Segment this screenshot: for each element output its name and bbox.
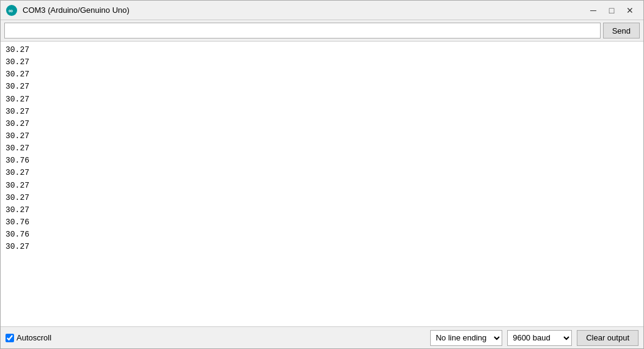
output-line: 30.27 [5, 180, 639, 192]
arduino-logo-icon: ∞ [5, 4, 18, 17]
statusbar: Autoscroll No line endingNewlineCarriage… [1, 326, 643, 348]
clear-output-button[interactable]: Clear output [577, 330, 639, 346]
output-line: 30.27 [5, 241, 639, 253]
autoscroll-text: Autoscroll [16, 333, 51, 342]
output-line: 30.76 [5, 155, 639, 167]
send-button[interactable]: Send [603, 23, 640, 39]
output-line: 30.27 [5, 192, 639, 204]
output-line: 30.27 [5, 118, 639, 130]
output-line: 30.27 [5, 56, 639, 68]
send-input[interactable] [4, 23, 601, 39]
output-area: 30.2730.2730.2730.2730.2730.2730.2730.27… [1, 42, 643, 326]
output-line: 30.27 [5, 167, 639, 179]
autoscroll-checkbox[interactable] [5, 334, 14, 342]
output-line: 30.27 [5, 68, 639, 81]
output-content[interactable]: 30.2730.2730.2730.2730.2730.2730.2730.27… [1, 42, 643, 326]
output-line: 30.27 [5, 81, 639, 93]
close-button[interactable]: ✕ [621, 4, 639, 17]
output-line: 30.27 [5, 106, 639, 118]
titlebar: ∞ COM3 (Arduino/Genuino Uno) ─ □ ✕ [1, 1, 643, 20]
send-toolbar: Send [1, 20, 643, 42]
window-title: COM3 (Arduino/Genuino Uno) [23, 6, 585, 15]
output-line: 30.76 [5, 229, 639, 241]
output-line: 30.27 [5, 44, 639, 56]
maximize-button[interactable]: □ [603, 4, 620, 17]
output-line: 30.27 [5, 204, 639, 216]
output-line: 30.76 [5, 216, 639, 229]
output-line: 30.27 [5, 130, 639, 142]
autoscroll-label[interactable]: Autoscroll [5, 333, 51, 342]
minimize-button[interactable]: ─ [585, 4, 602, 17]
serial-monitor-window: ∞ COM3 (Arduino/Genuino Uno) ─ □ ✕ Send … [0, 0, 644, 349]
svg-text:∞: ∞ [9, 7, 13, 14]
line-ending-select[interactable]: No line endingNewlineCarriage returnBoth… [430, 330, 502, 346]
output-line: 30.27 [5, 142, 639, 155]
output-line: 30.27 [5, 94, 639, 106]
baud-rate-select[interactable]: 300 baud1200 baud2400 baud4800 baud9600 … [507, 330, 572, 346]
window-controls: ─ □ ✕ [585, 4, 639, 17]
